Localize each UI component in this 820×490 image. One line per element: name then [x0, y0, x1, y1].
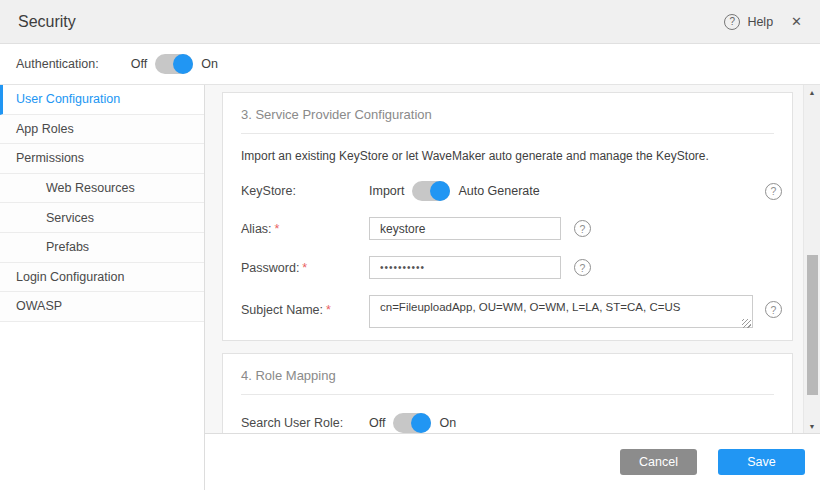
section-divider: [241, 394, 774, 395]
sidebar-item-services[interactable]: Services: [0, 203, 204, 233]
section-title-service-provider: 3. Service Provider Configuration: [241, 107, 774, 122]
title-bar: Security ? Help ✕: [0, 0, 820, 44]
scrollbar-thumb[interactable]: [807, 255, 818, 395]
password-input[interactable]: [369, 256, 561, 279]
password-help-icon[interactable]: ?: [574, 259, 591, 276]
authentication-on-label: On: [201, 57, 218, 71]
alias-input[interactable]: [369, 217, 561, 240]
password-label: Password:*: [241, 261, 369, 275]
scroll-up-icon[interactable]: ▲: [804, 86, 820, 98]
subject-name-textarea[interactable]: cn=FileuploadApp, OU=WM, O=WM, L=LA, ST=…: [369, 295, 753, 328]
sidebar-item-user-configuration[interactable]: User Configuration: [0, 85, 204, 115]
footer-action-bar: Cancel Save: [205, 433, 820, 490]
password-row: Password:* ?: [241, 256, 774, 279]
alias-row: Alias:* ?: [241, 217, 774, 240]
keystore-auto-generate-label: Auto Generate: [458, 184, 539, 198]
password-label-text: Password:: [241, 261, 299, 275]
keystore-description: Import an existing KeyStore or let WaveM…: [241, 149, 774, 163]
sidebar-item-web-resources[interactable]: Web Resources: [0, 174, 204, 204]
resize-grip-icon[interactable]: [742, 319, 751, 328]
subject-name-textarea-wrap: cn=FileuploadApp, OU=WM, O=WM, L=LA, ST=…: [369, 295, 753, 331]
section-title-role-mapping: 4. Role Mapping: [241, 368, 774, 383]
keystore-toggle[interactable]: [412, 181, 450, 201]
authentication-label: Authentication:: [16, 57, 99, 71]
sidebar-item-app-roles[interactable]: App Roles: [0, 115, 204, 145]
save-button[interactable]: Save: [718, 449, 805, 475]
toggle-knob: [173, 54, 193, 74]
subject-name-label-text: Subject Name:: [241, 303, 323, 317]
help-link[interactable]: Help: [747, 15, 773, 29]
sidebar-item-permissions[interactable]: Permissions: [0, 144, 204, 174]
alias-label: Alias:*: [241, 222, 369, 236]
sidebar-item-login-configuration[interactable]: Login Configuration: [0, 263, 204, 293]
search-user-role-toggle[interactable]: [393, 413, 431, 433]
search-user-role-toggle-group: Off On: [369, 413, 456, 433]
close-icon[interactable]: ✕: [791, 14, 802, 29]
keystore-import-label: Import: [369, 184, 404, 198]
authentication-toggle-group: Off On: [131, 54, 218, 74]
section-divider: [241, 133, 774, 134]
alias-help-icon[interactable]: ?: [574, 220, 591, 237]
cancel-button[interactable]: Cancel: [620, 449, 697, 475]
sidebar-nav: User Configuration App Roles Permissions…: [0, 85, 205, 490]
subject-name-row: Subject Name:* cn=FileuploadApp, OU=WM, …: [241, 295, 774, 331]
required-asterisk: *: [326, 303, 331, 317]
search-user-role-row: Search User Role: Off On: [241, 413, 774, 433]
help-icon[interactable]: ?: [724, 14, 740, 30]
authentication-off-label: Off: [131, 57, 147, 71]
search-user-role-on-label: On: [439, 416, 456, 430]
service-provider-configuration-section: 3. Service Provider Configuration Import…: [222, 92, 793, 341]
vertical-scrollbar[interactable]: ▲ ▼: [803, 85, 820, 433]
authentication-bar: Authentication: Off On: [0, 44, 820, 85]
sidebar-item-owasp[interactable]: OWASP: [0, 292, 204, 322]
search-user-role-label: Search User Role:: [241, 416, 369, 430]
alias-label-text: Alias:: [241, 222, 272, 236]
toggle-knob: [430, 181, 450, 201]
page-title: Security: [18, 13, 76, 31]
keystore-row: KeyStore: Import Auto Generate ?: [241, 181, 774, 201]
keystore-toggle-group: Import Auto Generate: [369, 181, 540, 201]
toggle-knob: [411, 413, 431, 433]
subject-name-label: Subject Name:*: [241, 295, 369, 317]
subject-name-help-icon[interactable]: ?: [765, 301, 782, 318]
required-asterisk: *: [302, 261, 307, 275]
required-asterisk: *: [275, 222, 280, 236]
main-content: 3. Service Provider Configuration Import…: [205, 85, 820, 433]
authentication-toggle[interactable]: [155, 54, 193, 74]
title-bar-actions: ? Help ✕: [724, 14, 802, 30]
role-mapping-section: 4. Role Mapping Search User Role: Off On: [222, 353, 793, 433]
keystore-label: KeyStore:: [241, 184, 369, 198]
sidebar-item-prefabs[interactable]: Prefabs: [0, 233, 204, 263]
keystore-help-icon[interactable]: ?: [765, 183, 782, 200]
search-user-role-off-label: Off: [369, 416, 385, 430]
scroll-down-icon[interactable]: ▼: [804, 420, 820, 432]
